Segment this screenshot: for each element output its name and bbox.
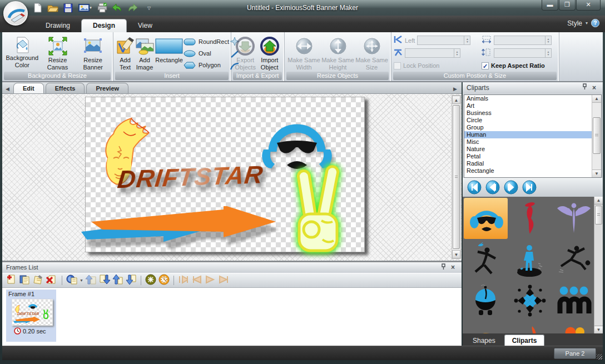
category-rectangle[interactable]: Rectangle: [464, 167, 601, 174]
insert-frame-icon[interactable]: [18, 274, 31, 287]
category-circle[interactable]: Circle: [464, 117, 601, 124]
clipart-thumb-three-people[interactable]: [552, 280, 596, 321]
tab-preview[interactable]: Preview: [86, 83, 128, 93]
make-same-size-button[interactable]: Make Same Size: [355, 34, 389, 71]
scroll-up-icon[interactable]: ▲: [452, 96, 460, 104]
style-caret-icon[interactable]: ▾: [586, 21, 588, 26]
scroll-down-icon[interactable]: ▼: [592, 169, 601, 177]
peace-hand-clipart[interactable]: [289, 165, 347, 257]
roundrect-button[interactable]: RoundRect: [184, 37, 229, 47]
close-panel-icon[interactable]: ×: [451, 263, 455, 271]
scroll-down-icon[interactable]: ▼: [452, 250, 460, 258]
clipart-thumb-couple[interactable]: [552, 321, 596, 333]
tab-scroll-right-icon[interactable]: ▶: [453, 86, 457, 92]
add-image-button[interactable]: Add Image: [135, 34, 155, 71]
lock-position-checkbox[interactable]: [394, 62, 401, 69]
category-business[interactable]: Business: [464, 109, 601, 117]
category-list-scrollbar[interactable]: ▲ ▼: [592, 95, 601, 177]
next-page-icon[interactable]: [504, 180, 518, 195]
canvas-workspace[interactable]: DRIFTSTAR: [2, 94, 462, 262]
pane2-status[interactable]: Pane 2: [554, 348, 596, 359]
top-position-input[interactable]: ▲▼: [405, 48, 460, 58]
tab-view[interactable]: View: [127, 19, 163, 32]
maximize-button[interactable]: ❒: [559, 0, 576, 11]
frame-item-1[interactable]: Frame #1 DRIFTSTAR 0.20 sec: [6, 290, 56, 342]
new-document-icon[interactable]: [32, 2, 43, 13]
first-page-icon[interactable]: [467, 180, 482, 195]
move-frame-last-icon[interactable]: [98, 274, 111, 287]
top-spinner[interactable]: ▲▼: [454, 49, 460, 57]
category-animals[interactable]: Animals: [464, 95, 601, 102]
tab-effects[interactable]: Effects: [46, 83, 85, 93]
add-frame-icon[interactable]: [5, 274, 17, 287]
frame-effects-icon[interactable]: [145, 274, 157, 287]
export-objects-button[interactable]: Export Objects: [234, 34, 257, 71]
move-frame-down-icon[interactable]: [125, 274, 137, 287]
application-menu-button[interactable]: [3, 1, 28, 26]
clipart-thumb-star-group[interactable]: [508, 280, 552, 321]
export-image-icon[interactable]: ▾: [77, 2, 93, 13]
scroll-up-icon[interactable]: ▲: [594, 197, 603, 205]
oval-button[interactable]: Oval: [184, 48, 229, 58]
width-input[interactable]: ▲▼: [494, 36, 552, 45]
clipart-thumb-flame-figure[interactable]: [508, 321, 552, 333]
polygon-button[interactable]: Polygon: [184, 60, 229, 70]
clipart-thumb-runner[interactable]: [552, 239, 596, 280]
previous-page-icon[interactable]: [485, 180, 500, 195]
clipart-grid-scrollbar[interactable]: ▲ ▼: [594, 197, 603, 333]
clipart-category-list[interactable]: Animals Art Business Circle Group Human …: [464, 94, 602, 178]
add-text-button[interactable]: Add Text: [116, 34, 135, 71]
category-art[interactable]: Art: [464, 102, 601, 109]
resize-grip[interactable]: [597, 354, 602, 360]
import-frames-icon[interactable]: [66, 274, 78, 287]
tab-shapes[interactable]: Shapes: [465, 335, 503, 347]
clipart-thumb-dancer[interactable]: [464, 239, 508, 280]
tab-design[interactable]: Design: [81, 19, 127, 32]
resize-canvas-button[interactable]: Resize Canvas: [40, 34, 76, 71]
import-frames-caret-icon[interactable]: ▼: [80, 278, 83, 282]
clipart-thumb-standing-man[interactable]: [508, 239, 552, 280]
clipart-thumb-red-lady[interactable]: [508, 198, 552, 239]
undo-icon[interactable]: [112, 2, 123, 13]
category-group[interactable]: Group: [464, 124, 601, 131]
frame-timing-icon[interactable]: [158, 274, 170, 287]
previous-frame-icon[interactable]: [191, 275, 203, 287]
print-icon[interactable]: [97, 2, 108, 13]
pin-icon[interactable]: [582, 83, 587, 92]
make-same-width-button[interactable]: Make Same Width: [287, 34, 321, 71]
banner-canvas[interactable]: DRIFTSTAR: [85, 97, 365, 252]
scrollbar-thumb[interactable]: [453, 105, 460, 249]
arrow-graphics[interactable]: [81, 206, 281, 253]
left-position-input[interactable]: ▲▼: [417, 36, 470, 45]
scroll-up-icon[interactable]: ▲: [592, 95, 601, 103]
clipart-thumb-headphone-face[interactable]: [464, 198, 508, 239]
category-misc[interactable]: Misc: [464, 138, 601, 146]
first-frame-icon[interactable]: [177, 275, 190, 287]
category-nature[interactable]: Nature: [464, 146, 601, 153]
import-object-button[interactable]: Import Object: [257, 34, 282, 71]
height-spinner[interactable]: ▲▼: [545, 49, 551, 57]
scroll-down-icon[interactable]: ▼: [594, 326, 603, 333]
banner-title-text[interactable]: DRIFTSTAR: [116, 160, 265, 194]
edit-frame-icon[interactable]: [32, 274, 44, 287]
clipart-thumb-globe-man[interactable]: [464, 280, 508, 321]
keep-aspect-checkbox[interactable]: ✓: [482, 62, 489, 69]
style-menu[interactable]: Style: [567, 19, 582, 27]
close-panel-icon[interactable]: ×: [592, 84, 596, 92]
canvas-vertical-scrollbar[interactable]: ▲ ▼: [452, 95, 461, 259]
make-same-height-button[interactable]: Make Same Height: [321, 34, 355, 71]
next-frame-icon[interactable]: [204, 275, 216, 287]
height-input[interactable]: ▲▼: [494, 48, 552, 58]
help-icon[interactable]: ?: [591, 19, 599, 27]
redo-icon[interactable]: [127, 2, 138, 13]
pin-icon[interactable]: [441, 263, 446, 271]
tab-edit[interactable]: Edit: [13, 83, 44, 93]
open-file-icon[interactable]: [47, 2, 58, 13]
clipart-thumb-angel[interactable]: [552, 198, 596, 239]
move-frame-up-icon[interactable]: [112, 274, 124, 287]
move-frame-first-icon[interactable]: [85, 274, 97, 287]
tab-drawing[interactable]: Drawing: [34, 19, 81, 32]
scrollbar-thumb[interactable]: [593, 117, 601, 154]
close-button[interactable]: ✕: [576, 0, 601, 11]
last-page-icon[interactable]: [522, 180, 537, 195]
